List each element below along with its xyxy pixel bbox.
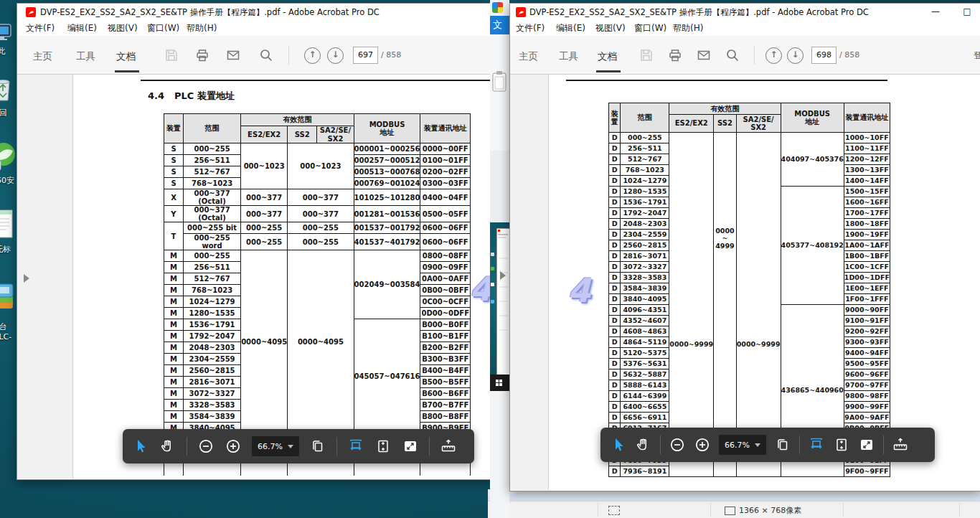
- save-icon[interactable]: [164, 48, 179, 65]
- tab-tools[interactable]: 工具: [76, 50, 95, 63]
- table-cell: 2560~2815: [621, 240, 669, 251]
- table-cell: 有效范围: [241, 114, 354, 126]
- select-tool-icon[interactable]: [132, 435, 149, 457]
- measure-tool-icon[interactable]: [892, 434, 909, 456]
- minimize-button[interactable]: —: [925, 4, 946, 20]
- search-icon[interactable]: [725, 48, 740, 65]
- chapter-number-marker: 4: [469, 270, 491, 309]
- email-icon[interactable]: [226, 48, 240, 65]
- zoom-level-dropdown[interactable]: 66.7%: [719, 435, 766, 455]
- table-cell: T: [164, 222, 184, 250]
- save-icon[interactable]: [639, 48, 654, 65]
- tab-document[interactable]: 文档: [116, 50, 136, 63]
- tab-tools[interactable]: 工具: [559, 50, 578, 63]
- table-cell: 0000~4095: [241, 250, 288, 434]
- table-cell: 2048~2303: [621, 219, 669, 230]
- measure-tool-icon[interactable]: [440, 435, 457, 457]
- table-cell: D: [609, 326, 621, 337]
- fit-page-icon[interactable]: [374, 435, 392, 457]
- zoom-out-icon[interactable]: [197, 435, 215, 457]
- fit-page-icon[interactable]: [833, 434, 850, 456]
- title-bar[interactable]: DVP-ES2_EX2_SS2_SA2_SX2_SE&TP 操作手册【程序篇】.…: [17, 4, 491, 20]
- menu-help[interactable]: 帮助(H): [187, 22, 217, 34]
- menu-window[interactable]: 窗口(W): [147, 22, 179, 34]
- table-cell: M: [164, 285, 184, 296]
- table-cell: 6400~6655: [621, 402, 669, 413]
- page-thumbnails-icon[interactable]: [774, 434, 791, 456]
- tab-home[interactable]: 主页: [33, 50, 52, 63]
- menu-edit[interactable]: 编辑(E): [67, 22, 97, 34]
- menu-file[interactable]: 文件(F): [516, 22, 545, 34]
- table-cell: D: [609, 187, 621, 197]
- next-page-button[interactable]: ↓: [787, 47, 804, 64]
- menu-file[interactable]: 文件(F): [26, 22, 55, 34]
- tab-document[interactable]: 文档: [598, 50, 617, 63]
- zoom-in-icon[interactable]: [694, 434, 711, 456]
- table-cell: 1536~1791: [183, 319, 240, 331]
- table-cell: 3584~3839: [621, 283, 669, 294]
- paste-clipboard-icon[interactable]: [491, 70, 508, 92]
- zoom-out-icon[interactable]: [669, 434, 686, 456]
- toolbar-divider: [660, 435, 661, 454]
- search-icon[interactable]: [259, 48, 273, 65]
- table-cell: M: [164, 365, 184, 377]
- email-icon[interactable]: [697, 48, 711, 65]
- table-cell: B300~B3FF: [420, 354, 471, 365]
- table-cell: D: [609, 197, 621, 208]
- table-cell: D: [609, 402, 621, 413]
- table-cell: 1100~11FF: [844, 143, 890, 154]
- hand-tool-icon[interactable]: [159, 435, 176, 457]
- menu-view[interactable]: 视图(V): [108, 22, 138, 34]
- maximize-button[interactable]: □: [956, 4, 978, 20]
- table-cell: 6656~6911: [621, 413, 669, 423]
- screenshot-thumbnail: [490, 222, 509, 391]
- table-cell: M: [164, 388, 184, 400]
- acrobat-window-right: DVP-ES2_EX2_SS2_SA2_SX2_SE&TP 操作手册【程序篇】.…: [509, 3, 980, 491]
- tab-home[interactable]: 主页: [519, 50, 538, 63]
- table-cell: 1280~1535: [183, 308, 240, 319]
- table-cell: 范围: [183, 114, 240, 143]
- page-number-input[interactable]: 697: [353, 47, 378, 64]
- table-cell: S: [164, 155, 184, 166]
- print-icon[interactable]: [195, 48, 209, 65]
- zoom-level-dropdown[interactable]: 66.7%: [252, 436, 299, 456]
- table-cell: 1E00~1EFF: [844, 283, 890, 294]
- table-cell: SS2: [714, 115, 737, 133]
- previous-page-button[interactable]: ↑: [765, 47, 782, 64]
- acrobat-window-left: DVP-ES2_EX2_SS2_SA2_SX2_SE&TP 操作手册【程序篇】.…: [17, 3, 491, 480]
- table-cell: 002049~003584: [354, 250, 420, 319]
- nav-pane-toggle-arrow[interactable]: [24, 274, 29, 283]
- previous-page-button[interactable]: ↑: [304, 47, 321, 64]
- table-cell: 000~255 bit: [183, 222, 240, 234]
- table-cell: 9400~94FF: [844, 348, 890, 359]
- fit-width-icon[interactable]: [808, 434, 825, 456]
- fullscreen-icon[interactable]: [858, 434, 875, 456]
- print-icon[interactable]: [668, 48, 682, 65]
- sign-in-button-fragment[interactable]: 登: [974, 50, 980, 62]
- nav-panel-collapsed: [510, 75, 549, 490]
- menu-edit[interactable]: 编辑(E): [556, 22, 585, 34]
- thumb-icon: [491, 300, 494, 303]
- table-cell: 0600~06FF: [420, 234, 471, 250]
- table-cell: 9800~98FF: [844, 391, 890, 402]
- hand-tool-icon[interactable]: [635, 434, 652, 456]
- thumb-window: [496, 228, 509, 376]
- page-number-input[interactable]: 698: [811, 47, 837, 64]
- title-bar[interactable]: DVP-ES2_EX2_SS2_SA2_SX2_SE&TP 操作手册【程序篇】.…: [510, 4, 980, 20]
- menu-view[interactable]: 视图(V): [595, 22, 626, 34]
- table-cell: D: [609, 369, 621, 380]
- menu-window[interactable]: 窗口(W): [634, 22, 666, 34]
- fit-width-icon[interactable]: [347, 435, 364, 457]
- page-thumbnails-icon[interactable]: [309, 435, 326, 457]
- table-cell: 000~255: [288, 222, 354, 234]
- select-tool-icon[interactable]: [610, 434, 627, 456]
- table-cell: 3072~3327: [183, 388, 240, 400]
- menu-help[interactable]: 帮助(H): [673, 22, 703, 34]
- status-divider: [959, 503, 960, 517]
- fullscreen-icon[interactable]: [402, 435, 419, 457]
- table-cell: 000~255: [241, 234, 288, 250]
- table-cell: 0D00~0DFF: [420, 308, 471, 319]
- next-page-button[interactable]: ↓: [327, 47, 344, 64]
- zoom-in-icon[interactable]: [225, 435, 242, 457]
- page-header-rule: [566, 80, 887, 81]
